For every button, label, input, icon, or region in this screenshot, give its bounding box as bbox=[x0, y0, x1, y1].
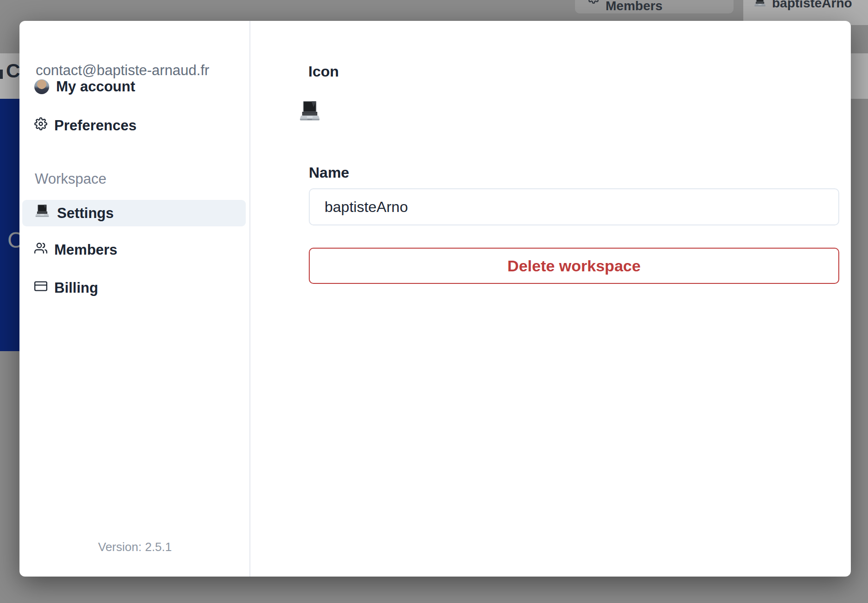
laptop-emoji-icon bbox=[298, 100, 321, 125]
sidebar-item-preferences[interactable]: Preferences bbox=[22, 113, 246, 139]
delete-workspace-button[interactable]: Delete workspace bbox=[309, 248, 839, 284]
sidebar-item-my-account[interactable]: My account bbox=[22, 74, 246, 100]
laptop-icon bbox=[753, 0, 766, 12]
sidebar-item-settings[interactable]: Settings bbox=[22, 200, 246, 226]
sidebar-item-label: Settings bbox=[57, 205, 114, 222]
sidebar-section-workspace: Workspace bbox=[35, 170, 107, 188]
gear-icon bbox=[587, 0, 600, 7]
workspace-switcher-label: baptisteArno bbox=[772, 0, 852, 11]
users-icon bbox=[34, 242, 47, 258]
gear-icon bbox=[34, 117, 47, 134]
credit-card-icon bbox=[34, 280, 47, 296]
backdrop-clipped-glyph-fragment bbox=[0, 70, 3, 79]
sidebar-item-billing[interactable]: Billing bbox=[22, 275, 246, 301]
workspace-name-input[interactable] bbox=[309, 188, 839, 225]
workspace-icon-picker[interactable] bbox=[296, 99, 323, 126]
laptop-icon bbox=[34, 204, 50, 223]
sidebar-item-label: Members bbox=[54, 242, 117, 258]
settings-members-button[interactable]: Settings & Members bbox=[575, 0, 734, 13]
icon-label: Icon bbox=[308, 62, 339, 81]
settings-modal: contact@baptiste-arnaud.fr My account Pr… bbox=[19, 21, 851, 577]
sidebar-item-label: My account bbox=[56, 78, 135, 95]
settings-members-label: Settings & Members bbox=[606, 0, 721, 13]
sidebar-item-label: Billing bbox=[54, 280, 98, 296]
user-avatar bbox=[34, 79, 49, 94]
sidebar-item-members[interactable]: Members bbox=[22, 237, 246, 263]
settings-sidebar: contact@baptiste-arnaud.fr My account Pr… bbox=[19, 21, 250, 577]
workspace-settings-pane: Icon Name Delete workspace bbox=[251, 21, 851, 577]
delete-workspace-label: Delete workspace bbox=[507, 257, 640, 275]
version-text: Version: 2.5.1 bbox=[19, 540, 250, 554]
name-label: Name bbox=[309, 163, 349, 182]
sidebar-item-label: Preferences bbox=[54, 117, 137, 134]
